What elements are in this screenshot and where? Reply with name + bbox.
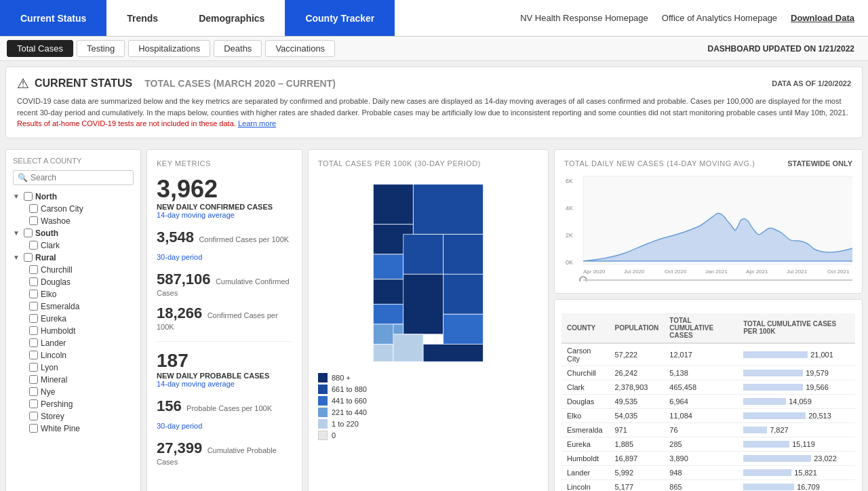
- learn-more-link[interactable]: Learn more: [238, 119, 276, 127]
- confirmed-daily-value: 3,962: [157, 177, 292, 201]
- svg-marker-2: [413, 184, 483, 234]
- nv-health-link[interactable]: NV Health Response Homepage: [520, 13, 648, 23]
- county-search-input[interactable]: [31, 173, 129, 182]
- north-label: North: [35, 192, 57, 201]
- svg-marker-12: [393, 334, 423, 361]
- svg-text:4K: 4K: [566, 205, 573, 212]
- county-washoe[interactable]: Washoe: [29, 215, 134, 227]
- county-lyon[interactable]: Lyon: [29, 361, 134, 374]
- nav-tab-county-tracker[interactable]: County Tracker: [285, 0, 395, 36]
- nav-tab-demographics[interactable]: Demographics: [178, 0, 285, 36]
- table-row: Elko 54,035 11,084 20,513: [561, 408, 855, 423]
- map-panel: TOTAL CASES PER 100K (30-day period): [308, 149, 549, 492]
- alert-subtitle: TOTAL CASES (MARCH 2020 – CURRENT): [144, 78, 336, 89]
- sub-tab-hospitalizations[interactable]: Hospitalizations: [128, 40, 210, 57]
- table-row: Eureka 1,885 285 15,119: [561, 437, 855, 451]
- county-search-box[interactable]: 🔍: [13, 170, 134, 185]
- rural-checkbox[interactable]: [24, 253, 33, 262]
- sub-tab-deaths[interactable]: Deaths: [214, 40, 262, 57]
- alert-title: CURRENT STATUS: [35, 77, 132, 90]
- rural-label: Rural: [35, 253, 56, 262]
- south-label: South: [35, 229, 58, 238]
- table-row: Carson City 57,222 12,017 21,001: [561, 343, 855, 366]
- county-clark[interactable]: Clark: [29, 239, 134, 252]
- county-eureka[interactable]: Eureka: [29, 313, 134, 325]
- svg-text:Apr 2020: Apr 2020: [583, 269, 606, 275]
- col-header-total-cases: TOTAL CUMULATIVE CASES: [664, 313, 738, 343]
- county-white-pine[interactable]: White Pine: [29, 423, 134, 435]
- chevron-down-icon: ▼: [13, 193, 21, 200]
- confirmed-100k-value: 3,548: [157, 229, 194, 246]
- office-analytics-link[interactable]: Office of Analytics Homepage: [662, 13, 777, 23]
- county-lander[interactable]: Lander: [29, 337, 134, 349]
- table-row: Humboldt 16,897 3,890 23,022: [561, 451, 855, 465]
- county-esmeralda[interactable]: Esmeralda: [29, 300, 134, 313]
- confirmed-100k-sub: 30-day period: [157, 253, 292, 261]
- county-lincoln[interactable]: Lincoln: [29, 349, 134, 361]
- svg-text:6K: 6K: [566, 178, 573, 184]
- svg-marker-11: [403, 274, 443, 334]
- svg-text:Jul 2021: Jul 2021: [787, 269, 808, 275]
- county-group-rural[interactable]: ▼ Rural: [13, 252, 134, 264]
- county-data-table: COUNTY POPULATION TOTAL CUMULATIVE CASES…: [561, 313, 855, 492]
- col-header-per-100k: TOTAL CUMULATIVE CASES PER 100K: [738, 313, 855, 343]
- probable-100k-desc: Probable Cases per 100K: [186, 404, 272, 412]
- washoe-checkbox[interactable]: [29, 216, 38, 225]
- search-icon: 🔍: [18, 173, 28, 182]
- svg-marker-7: [373, 304, 403, 323]
- svg-marker-13: [443, 314, 484, 344]
- svg-marker-15: [393, 324, 403, 334]
- county-douglas[interactable]: Douglas: [29, 276, 134, 288]
- county-elko[interactable]: Elko: [29, 288, 134, 300]
- confirmed-daily-label: NEW DAILY CONFIRMED CASES: [157, 203, 292, 211]
- nav-tab-trends[interactable]: Trends: [106, 0, 178, 36]
- svg-marker-5: [443, 234, 484, 274]
- county-carson-city[interactable]: Carson City: [29, 203, 134, 215]
- sub-tab-testing[interactable]: Testing: [77, 40, 125, 57]
- svg-text:Oct 2020: Oct 2020: [665, 269, 687, 275]
- svg-text:0K: 0K: [566, 259, 573, 266]
- south-checkbox[interactable]: [24, 229, 33, 237]
- svg-marker-3: [373, 254, 403, 279]
- north-checkbox[interactable]: [24, 192, 33, 201]
- table-row: Clark 2,378,903 465,458 19,566: [561, 380, 855, 394]
- chart-title: TOTAL DAILY NEW CASES (14-day moving avg…: [564, 159, 755, 168]
- table-row: Douglas 49,535 6,964 14,059: [561, 394, 855, 408]
- chevron-down-icon-rural: ▼: [13, 254, 21, 261]
- county-selector-panel: SELECT A COUNTY 🔍 ▼ North Carson City Wa…: [5, 149, 141, 492]
- county-storey[interactable]: Storey: [29, 410, 134, 423]
- svg-text:2K: 2K: [566, 232, 573, 239]
- nevada-map: [318, 174, 538, 364]
- download-data-link[interactable]: Download Data: [791, 13, 854, 23]
- metrics-title: KEY METRICS: [157, 159, 292, 168]
- county-group-south[interactable]: ▼ South: [13, 227, 134, 239]
- sub-tab-vaccinations[interactable]: Vaccinations: [265, 40, 335, 57]
- svg-text:Apr 2021: Apr 2021: [746, 269, 768, 275]
- data-table-container: COUNTY POPULATION TOTAL CUMULATIVE CASES…: [554, 299, 863, 492]
- carson-city-checkbox[interactable]: [29, 204, 38, 213]
- dashboard-updated: DASHBOARD UPDATED ON 1/21/2022: [708, 44, 862, 54]
- county-churchill[interactable]: Churchill: [29, 264, 134, 276]
- col-header-population: POPULATION: [609, 313, 664, 343]
- probable-daily-sub: 14-day moving average: [157, 380, 292, 388]
- county-pershing[interactable]: Pershing: [29, 398, 134, 410]
- county-humboldt[interactable]: Humboldt: [29, 325, 134, 337]
- county-nye[interactable]: Nye: [29, 386, 134, 398]
- svg-text:Oct 2021: Oct 2021: [827, 269, 850, 275]
- probable-daily-label: NEW DAILY PROBABLE CASES: [157, 372, 292, 380]
- clark-checkbox[interactable]: [29, 241, 38, 250]
- cumulative-probable-value: 27,399: [157, 439, 202, 456]
- nav-tab-current-status[interactable]: Current Status: [0, 0, 106, 36]
- col-header-county: COUNTY: [561, 313, 609, 343]
- table-row: Lander 5,992 948 15,821: [561, 465, 855, 479]
- sub-tab-total-cases[interactable]: Total Cases: [7, 40, 73, 57]
- svg-text:Jan 2021: Jan 2021: [705, 269, 728, 275]
- svg-marker-9: [373, 344, 393, 361]
- svg-text:Jul 2020: Jul 2020: [624, 269, 645, 275]
- probable-100k-value: 156: [157, 397, 182, 414]
- county-group-north[interactable]: ▼ North: [13, 191, 134, 203]
- key-metrics-panel: KEY METRICS 3,962 NEW DAILY CONFIRMED CA…: [146, 149, 302, 492]
- probable-100k-sub: 30-day period: [157, 422, 292, 430]
- chart-panel: TOTAL DAILY NEW CASES (14-day moving avg…: [554, 149, 863, 294]
- county-mineral[interactable]: Mineral: [29, 374, 134, 386]
